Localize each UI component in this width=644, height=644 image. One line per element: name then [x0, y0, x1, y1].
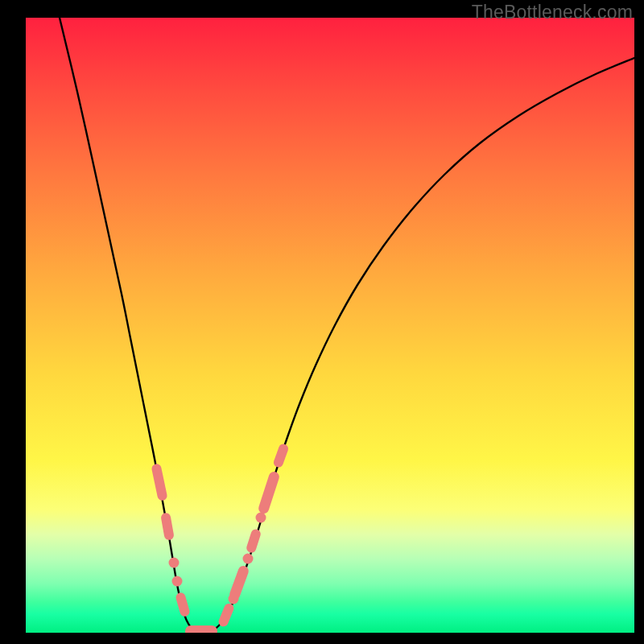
- svg-rect-2: [175, 592, 191, 617]
- marker-pill: [160, 512, 175, 541]
- svg-rect-5: [228, 564, 250, 601]
- svg-rect-8: [272, 443, 290, 469]
- svg-rect-3: [185, 625, 217, 633]
- curve-left-curve: [60, 18, 203, 633]
- watermark-text: TheBottleneck.com: [472, 2, 633, 23]
- marker-dot: [256, 513, 266, 523]
- svg-rect-7: [257, 470, 280, 514]
- plot-area: [26, 18, 634, 633]
- marker-pill: [217, 602, 235, 628]
- svg-rect-1: [160, 512, 175, 541]
- marker-pill: [246, 528, 262, 554]
- curve-right-curve: [203, 58, 634, 633]
- marker-pill: [257, 470, 280, 514]
- marker-pill: [185, 625, 217, 633]
- svg-rect-6: [246, 528, 262, 554]
- marker-dot: [169, 558, 180, 568]
- marker-dot: [172, 576, 183, 587]
- marker-pill: [175, 592, 191, 617]
- svg-rect-0: [151, 463, 167, 501]
- marker-dot: [243, 554, 254, 564]
- chart-frame: TheBottleneck.com: [0, 0, 644, 644]
- marker-pill: [228, 564, 250, 601]
- chart-svg: [26, 18, 634, 633]
- svg-rect-4: [217, 602, 235, 628]
- marker-pill: [151, 463, 167, 501]
- marker-pill: [272, 443, 290, 469]
